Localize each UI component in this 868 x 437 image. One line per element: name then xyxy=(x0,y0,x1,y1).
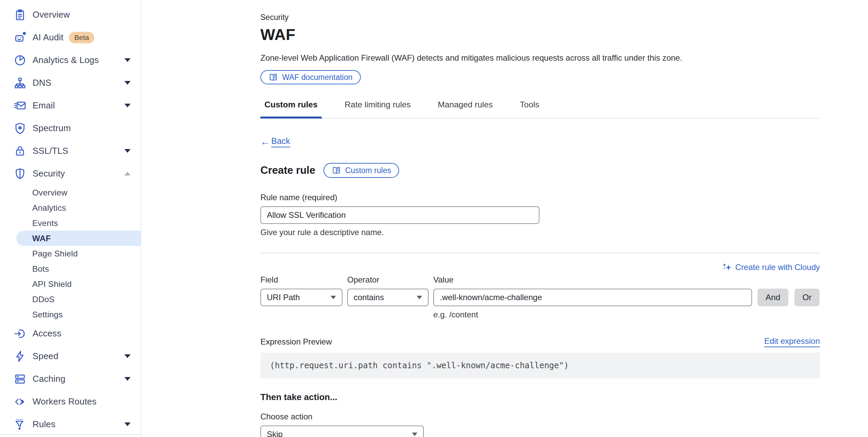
sidebar-item-analytics[interactable]: Analytics xyxy=(0,200,141,215)
sidebar-item-label: Access xyxy=(33,328,61,339)
sidebar-item-speed[interactable]: Speed xyxy=(0,345,141,368)
create-rule-with-cloudy-link[interactable]: Create rule with Cloudy xyxy=(722,262,820,272)
then-take-action-heading: Then take action... xyxy=(260,392,820,402)
book-icon xyxy=(332,166,341,175)
back-link[interactable]: ←Back xyxy=(260,136,290,147)
sidebar-item-label: Workers Routes xyxy=(33,396,97,407)
page-title: WAF xyxy=(260,25,820,44)
tab-tools[interactable]: Tools xyxy=(516,100,543,118)
sidebar-item-overview[interactable]: Overview xyxy=(0,185,141,200)
analytics-icon xyxy=(14,54,26,67)
value-label: Value xyxy=(433,275,752,285)
sidebar-item-label: Bots xyxy=(32,264,49,274)
sidebar-item-rules[interactable]: Rules xyxy=(0,413,141,436)
rule-name-input[interactable] xyxy=(260,206,539,224)
value-input[interactable] xyxy=(433,289,752,306)
sidebar-item-label: Rules xyxy=(33,419,55,430)
breadcrumb: Security xyxy=(260,13,820,22)
sidebar-item-dns[interactable]: DNS xyxy=(0,71,141,94)
field-label: Field xyxy=(260,275,342,285)
custom-rules-docs-label: Custom rules xyxy=(345,166,391,175)
sidebar-item-ai-audit[interactable]: AI Audit Beta xyxy=(0,26,141,49)
dns-icon xyxy=(14,77,26,89)
sidebar-item-label: Analytics xyxy=(32,203,66,213)
operator-label: Operator xyxy=(347,275,429,285)
email-icon xyxy=(14,99,26,112)
tab-label: Rate limiting rules xyxy=(345,100,411,109)
action-select-value: Skip xyxy=(267,430,283,437)
rules-icon xyxy=(14,418,26,431)
or-button[interactable]: Or xyxy=(794,289,820,306)
tab-label: Tools xyxy=(520,100,539,109)
chevron-icon xyxy=(124,58,131,62)
sidebar-item-label: Analytics & Logs xyxy=(33,55,99,65)
operator-select[interactable]: contains xyxy=(347,289,429,306)
ai-audit-icon xyxy=(14,31,26,44)
tab-label: Managed rules xyxy=(438,100,493,109)
rule-name-label: Rule name (required) xyxy=(260,193,820,202)
main-content: Security WAF Zone-level Web Application … xyxy=(141,0,868,437)
tab-custom-rules[interactable]: Custom rules xyxy=(260,100,322,118)
waf-documentation-button[interactable]: WAF documentation xyxy=(260,70,361,84)
book-icon xyxy=(269,72,278,82)
sidebar-item-overview[interactable]: Overview xyxy=(0,3,141,26)
tab-bar: Custom rules Rate limiting rules Managed… xyxy=(260,100,820,119)
field-select-value: URI Path xyxy=(267,293,300,302)
sidebar-nav: Overview AI Audit Beta Analytics & Logs xyxy=(0,3,141,436)
sidebar-item-ssl-tls[interactable]: SSL/TLS xyxy=(0,140,141,162)
tab-label: Custom rules xyxy=(264,100,318,109)
sidebar-item-label: DDoS xyxy=(32,295,55,304)
edit-expression-link[interactable]: Edit expression xyxy=(764,336,820,347)
tab-rate-limiting-rules[interactable]: Rate limiting rules xyxy=(341,100,415,118)
sidebar: Overview AI Audit Beta Analytics & Logs xyxy=(0,0,141,437)
expression-code: (http.request.uri.path contains ".well-k… xyxy=(270,361,569,370)
sidebar-item-events[interactable]: Events xyxy=(0,215,141,231)
chevron-down-icon xyxy=(331,296,336,299)
sidebar-item-analytics-logs[interactable]: Analytics & Logs xyxy=(0,49,141,71)
sidebar-item-label: AI Audit xyxy=(33,32,63,43)
sidebar-item-page-shield[interactable]: Page Shield xyxy=(0,246,141,261)
waf-documentation-label: WAF documentation xyxy=(282,73,353,82)
sidebar-item-label: Email xyxy=(33,100,55,111)
field-select[interactable]: URI Path xyxy=(260,289,342,306)
expression-preview-box: (http.request.uri.path contains ".well-k… xyxy=(260,353,820,378)
sidebar-item-security[interactable]: Security xyxy=(0,162,141,185)
beta-badge: Beta xyxy=(69,32,94,43)
chevron-icon xyxy=(124,172,131,175)
access-icon xyxy=(14,327,26,340)
sidebar-item-settings[interactable]: Settings xyxy=(0,307,141,322)
speed-icon xyxy=(14,350,26,363)
sidebar-item-api-shield[interactable]: API Shield xyxy=(0,276,141,292)
chevron-icon xyxy=(124,377,131,381)
sidebar-item-bots[interactable]: Bots xyxy=(0,261,141,276)
rule-name-help: Give your rule a descriptive name. xyxy=(260,228,820,237)
sidebar-item-ddos[interactable]: DDoS xyxy=(0,292,141,307)
expression-preview-label: Expression Preview xyxy=(260,337,332,347)
ssl-icon xyxy=(14,145,26,158)
chevron-icon xyxy=(124,354,131,358)
cloudy-link-label: Create rule with Cloudy xyxy=(735,263,820,272)
page-description: Zone-level Web Application Firewall (WAF… xyxy=(260,53,820,63)
sidebar-item-waf[interactable]: WAF xyxy=(16,231,141,246)
sidebar-item-access[interactable]: Access xyxy=(0,322,141,345)
security-icon xyxy=(14,167,26,180)
sidebar-item-label: Page Shield xyxy=(32,249,78,258)
chevron-icon xyxy=(124,81,131,85)
chevron-down-icon xyxy=(417,296,422,299)
sidebar-item-caching[interactable]: Caching xyxy=(0,368,141,390)
action-select[interactable]: Skip xyxy=(260,425,424,437)
sidebar-item-label: SSL/TLS xyxy=(33,146,68,156)
chevron-icon xyxy=(124,104,131,107)
sidebar-item-spectrum[interactable]: Spectrum xyxy=(0,117,141,140)
sidebar-bottom-divider xyxy=(0,434,141,435)
chevron-icon xyxy=(124,422,131,426)
sidebar-item-workers-routes[interactable]: Workers Routes xyxy=(0,390,141,413)
create-rule-heading: Create rule xyxy=(260,164,315,176)
tab-managed-rules[interactable]: Managed rules xyxy=(434,100,497,118)
sidebar-item-email[interactable]: Email xyxy=(0,94,141,117)
custom-rules-docs-button[interactable]: Custom rules xyxy=(323,163,399,178)
sidebar-item-label: Caching xyxy=(33,374,65,384)
and-button[interactable]: And xyxy=(757,289,788,306)
caching-icon xyxy=(14,373,26,386)
sidebar-item-label: Speed xyxy=(33,351,58,361)
